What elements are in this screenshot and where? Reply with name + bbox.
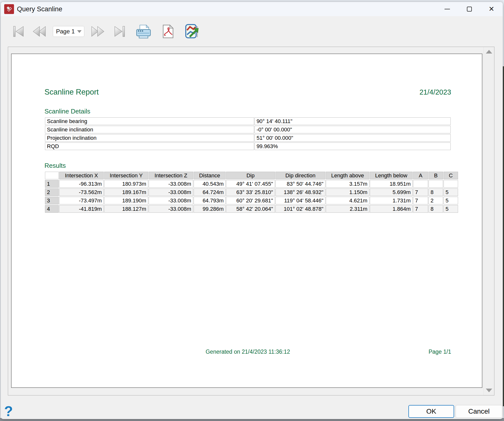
last-page-button[interactable] bbox=[112, 25, 126, 38]
table-cell: Scanline inclination bbox=[45, 126, 254, 133]
column-header: A bbox=[413, 172, 428, 179]
table-cell: 63° 33' 25.810" bbox=[226, 188, 275, 196]
table-row: 1-96.313m180.973m-33.008m40.543m49° 41' … bbox=[45, 180, 458, 188]
preview-scrollbar[interactable] bbox=[483, 47, 494, 395]
print-button[interactable] bbox=[135, 24, 152, 39]
ok-button[interactable]: OK bbox=[408, 405, 454, 418]
export-chart-icon[interactable] bbox=[185, 24, 199, 39]
table-cell: 8 bbox=[429, 188, 443, 196]
table-cell: 4.621m bbox=[326, 197, 369, 204]
table-cell: 64.724m bbox=[194, 188, 226, 196]
previous-page-button[interactable] bbox=[32, 25, 46, 38]
titlebar: Query Scanline ✕ bbox=[1, 2, 503, 16]
table-row: 3-73.497m189.190m-33.008m64.793m60° 20' … bbox=[45, 197, 458, 204]
table-cell: -33.008m bbox=[149, 205, 193, 213]
table-cell: 7 bbox=[413, 197, 428, 204]
maptek-diamond-icon bbox=[4, 4, 14, 14]
table-row: Scanline bearing90° 14' 40.111" bbox=[45, 117, 451, 125]
table-row: 2-73.562m189.167m-33.008m64.724m63° 33' … bbox=[45, 188, 458, 196]
table-cell: -41.819m bbox=[59, 205, 104, 213]
table-cell: 99.286m bbox=[194, 205, 226, 213]
details-heading: Scanline Details bbox=[44, 108, 451, 115]
cancel-button[interactable]: Cancel bbox=[456, 405, 502, 418]
table-cell: 101° 02' 48.878" bbox=[275, 205, 325, 213]
table-cell: 4 bbox=[45, 205, 59, 213]
query-scanline-dialog: Query Scanline ✕ bbox=[1, 2, 503, 419]
close-icon[interactable]: ✕ bbox=[484, 2, 499, 16]
table-cell: 5 bbox=[444, 205, 458, 213]
window-title: Query Scanline bbox=[17, 5, 62, 13]
table-cell: 51° 00' 00.000" bbox=[255, 134, 451, 142]
table-cell: RQD bbox=[45, 142, 254, 150]
table-cell: 1.150m bbox=[326, 188, 369, 196]
table-cell: 1.731m bbox=[370, 197, 413, 204]
table-cell: Projection inclination bbox=[45, 134, 254, 142]
table-cell: -73.497m bbox=[59, 197, 104, 204]
chevron-down-icon bbox=[77, 30, 82, 33]
table-cell: 119° 04' 58.446" bbox=[275, 197, 325, 204]
page-selector-dropdown[interactable]: Page 1 bbox=[53, 26, 84, 37]
table-cell: 64.793m bbox=[194, 197, 226, 204]
table-cell: 7 bbox=[413, 188, 428, 196]
table-cell: 188.127m bbox=[104, 205, 148, 213]
table-cell: 5 bbox=[444, 188, 458, 196]
table-row: RQD99.963% bbox=[45, 142, 451, 150]
scroll-down-icon[interactable] bbox=[486, 389, 492, 392]
table-cell: 40.543m bbox=[194, 180, 226, 188]
table-cell: Scanline bearing bbox=[45, 117, 254, 125]
table-cell: 90° 14' 40.111" bbox=[255, 117, 451, 125]
column-header: Distance bbox=[194, 172, 226, 179]
table-cell: -73.562m bbox=[59, 188, 104, 196]
column-header: Intersection X bbox=[59, 172, 104, 179]
table-cell: -33.008m bbox=[149, 180, 193, 188]
column-header: Intersection Y bbox=[104, 172, 148, 179]
table-row: Scanline inclination-0° 00' 00.000" bbox=[45, 126, 451, 133]
scanline-details-table: Scanline bearing90° 14' 40.111"Scanline … bbox=[44, 117, 451, 151]
pdf-icon[interactable] bbox=[162, 24, 174, 39]
first-page-button[interactable] bbox=[12, 25, 26, 38]
details-table-body: Scanline bearing90° 14' 40.111"Scanline … bbox=[45, 117, 451, 150]
next-page-button[interactable] bbox=[91, 25, 105, 38]
table-cell: 83° 50' 44.746" bbox=[275, 180, 325, 188]
table-cell: 99.963% bbox=[255, 142, 451, 150]
page-indicator: Page 1/1 bbox=[429, 349, 451, 355]
report-date: 21/4/2023 bbox=[419, 88, 451, 96]
table-row: Projection inclination51° 00' 00.000" bbox=[45, 134, 451, 142]
table-cell: 3.157m bbox=[326, 180, 369, 188]
column-header: Intersection Z bbox=[149, 172, 193, 179]
generated-timestamp: Generated on 21/4/2023 11:36:12 bbox=[44, 349, 451, 355]
results-table-head: Intersection XIntersection YIntersection… bbox=[45, 172, 458, 179]
table-cell: -0° 00' 00.000" bbox=[255, 126, 451, 133]
table-cell: 189.190m bbox=[104, 197, 148, 204]
page-selector-value: Page 1 bbox=[56, 28, 75, 35]
table-cell: 18.951m bbox=[370, 180, 413, 188]
table-cell: 189.167m bbox=[104, 188, 148, 196]
minimize-icon[interactable] bbox=[439, 2, 455, 16]
table-cell: 138° 26' 48.932" bbox=[275, 188, 325, 196]
table-cell: 3 bbox=[45, 197, 59, 204]
report-page: Scanline Report 21/4/2023 Scanline Detai… bbox=[11, 54, 482, 388]
table-cell: 2.311m bbox=[326, 205, 369, 213]
report-footer: Generated on 21/4/2023 11:36:12 Page 1/1 bbox=[44, 349, 451, 356]
help-icon[interactable]: ? bbox=[4, 403, 13, 419]
report-toolbar: Page 1 bbox=[1, 16, 503, 47]
maximize-icon[interactable] bbox=[461, 2, 477, 16]
table-cell: 60° 20' 29.681" bbox=[226, 197, 275, 204]
table-cell: -33.008m bbox=[149, 188, 193, 196]
table-cell: -33.008m bbox=[149, 197, 193, 204]
table-row: 4-41.819m188.127m-33.008m99.286m58° 42' … bbox=[45, 205, 458, 213]
table-cell: 58° 42' 20.064" bbox=[226, 205, 275, 213]
column-header bbox=[45, 172, 59, 179]
table-cell: -96.313m bbox=[59, 180, 104, 188]
table-cell bbox=[444, 180, 458, 188]
results-header-row: Intersection XIntersection YIntersection… bbox=[45, 172, 458, 179]
column-header: Length above bbox=[326, 172, 369, 179]
table-cell: 2 bbox=[429, 197, 443, 204]
table-cell: 1.864m bbox=[370, 205, 413, 213]
table-cell: 2 bbox=[45, 188, 59, 196]
screen: Query Scanline ✕ bbox=[0, 0, 504, 421]
table-cell bbox=[413, 180, 428, 188]
results-heading: Results bbox=[44, 162, 451, 169]
column-header: B bbox=[429, 172, 443, 179]
scroll-up-icon[interactable] bbox=[486, 50, 492, 54]
